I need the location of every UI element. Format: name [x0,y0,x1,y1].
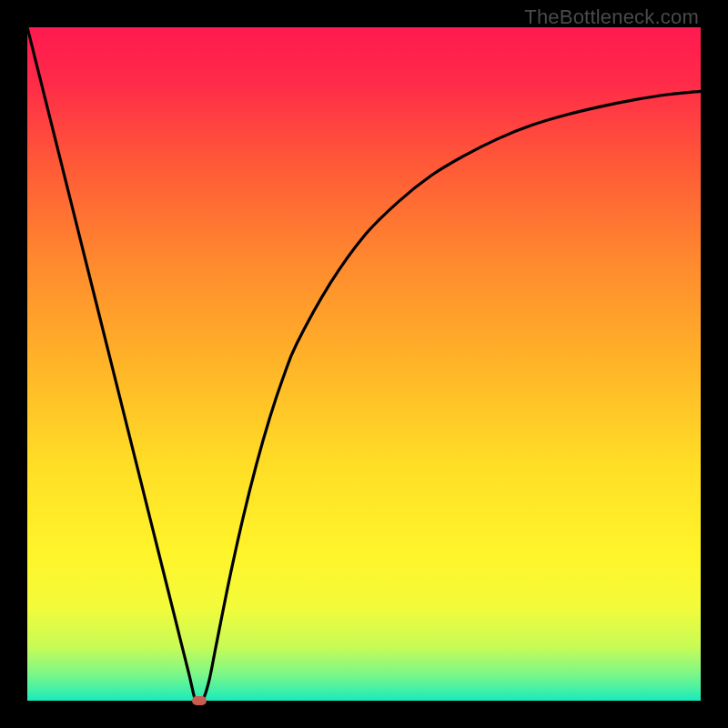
chart-frame: TheBottleneck.com [0,0,728,728]
bottleneck-curve [27,27,701,701]
plot-area [27,27,701,701]
watermark-text: TheBottleneck.com [524,5,699,29]
curve-minimum-marker [192,696,207,705]
